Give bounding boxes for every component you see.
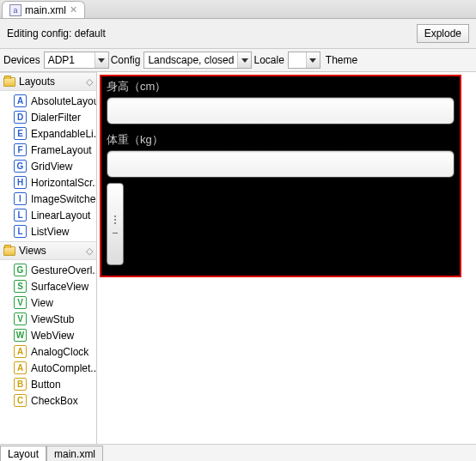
palette-item-label: ImageSwitcher	[31, 193, 96, 205]
folder-icon	[3, 77, 15, 87]
palette-item-view[interactable]: VViewStub	[0, 311, 96, 327]
palette-item-layout[interactable]: IImageSwitcher	[0, 191, 96, 207]
palette-item-label: GestureOverl...	[31, 264, 96, 276]
palette-item-label: View	[31, 297, 53, 309]
palette-item-label: Button	[31, 379, 61, 391]
config-label2: Config	[111, 54, 141, 66]
palette-item-label: LinearLayout	[31, 209, 90, 221]
badge-icon: V	[14, 312, 27, 325]
palette-item-layout[interactable]: GGridView	[0, 158, 96, 174]
badge-icon: E	[14, 127, 27, 140]
editor-tab-bar: a main.xml ✕	[0, 0, 476, 19]
palette-item-view[interactable]: GGestureOverl...	[0, 262, 96, 278]
folder-icon	[3, 246, 15, 256]
devices-value: ADP1	[45, 54, 95, 66]
palette-item-label: WebView	[31, 330, 74, 342]
palette-item-layout[interactable]: LLinearLayout	[0, 207, 96, 223]
palette-item-view[interactable]: AAnalogClock	[0, 343, 96, 360]
palette-item-label: HorizontalScr...	[31, 177, 96, 189]
badge-icon: B	[14, 378, 27, 391]
editor-tab-main[interactable]: a main.xml ✕	[2, 1, 85, 18]
badge-icon: A	[14, 94, 27, 107]
palette-item-layout[interactable]: AAbsoluteLayout	[0, 93, 96, 109]
chevron-down-icon	[95, 52, 108, 68]
canvas[interactable]: 身高（cm） 体重（kg）	[97, 72, 476, 444]
toolbar: Devices ADP1 Config Landscape, closed Lo…	[0, 48, 476, 72]
palette-item-layout[interactable]: LListView	[0, 223, 96, 240]
palette-item-view[interactable]: SSurfaceView	[0, 278, 96, 294]
tab-filename: main.xml	[25, 4, 66, 16]
tab-layout[interactable]: Layout	[0, 446, 46, 462]
tab-source[interactable]: main.xml	[46, 446, 103, 462]
badge-icon: D	[14, 111, 27, 124]
collapse-icon[interactable]: ◇	[86, 76, 93, 88]
field-weight-label: 体重（kg）	[101, 130, 460, 150]
device-button[interactable]	[107, 183, 124, 265]
badge-icon: G	[14, 160, 27, 173]
palette-item-layout[interactable]: EExpandableLi...	[0, 125, 96, 142]
palette-item-layout[interactable]: FFrameLayout	[0, 142, 96, 158]
palette-item-label: ExpandableLi...	[31, 128, 96, 140]
palette-item-label: AbsoluteLayout	[31, 95, 96, 107]
palette-item-label: CheckBox	[31, 395, 78, 407]
badge-icon: L	[14, 209, 27, 221]
chevron-down-icon	[237, 52, 251, 68]
category-title: Views	[19, 245, 46, 257]
palette-item-label: GridView	[31, 161, 72, 173]
badge-icon: A	[14, 345, 27, 358]
close-icon[interactable]: ✕	[70, 4, 77, 15]
palette-item-label: DialerFilter	[31, 112, 81, 124]
device-preview: 身高（cm） 体重（kg）	[100, 75, 461, 277]
palette: Layouts ◇ AAbsoluteLayoutDDialerFilterEE…	[0, 72, 97, 444]
palette-item-label: AutoComplet...	[31, 362, 96, 374]
field-height-input[interactable]	[107, 97, 455, 124]
chevron-down-icon	[306, 52, 320, 68]
devices-combo[interactable]: ADP1	[44, 52, 109, 69]
palette-item-view[interactable]: AAutoComplet...	[0, 360, 96, 376]
explode-button[interactable]: Explode	[417, 24, 469, 43]
locale-combo[interactable]	[288, 52, 320, 69]
badge-icon: V	[14, 296, 27, 309]
badge-icon: L	[14, 225, 27, 238]
badge-icon: A	[14, 361, 27, 374]
config-combo[interactable]: Landscape, closed	[143, 52, 252, 69]
locale-label: Locale	[253, 54, 284, 66]
badge-icon: G	[14, 264, 27, 276]
palette-item-view[interactable]: WWebView	[0, 327, 96, 343]
devices-label: Devices	[3, 54, 40, 66]
badge-icon: W	[14, 329, 27, 342]
badge-icon: F	[14, 143, 27, 156]
file-icon: a	[9, 4, 21, 16]
body: Layouts ◇ AAbsoluteLayoutDDialerFilterEE…	[0, 72, 476, 444]
palette-item-layout[interactable]: HHorizontalScr...	[0, 174, 96, 191]
palette-item-view[interactable]: BButton	[0, 376, 96, 392]
badge-icon: H	[14, 176, 27, 189]
palette-item-label: SurfaceView	[31, 281, 88, 293]
category-title: Layouts	[19, 76, 55, 88]
palette-item-label: ListView	[31, 226, 69, 238]
views-items: GGestureOverl...SSurfaceViewVViewVViewSt…	[0, 260, 96, 410]
palette-item-layout[interactable]: DDialerFilter	[0, 109, 96, 125]
field-weight-input[interactable]	[107, 150, 455, 178]
category-layouts[interactable]: Layouts ◇	[0, 72, 96, 91]
theme-label: Theme	[326, 54, 357, 66]
badge-icon: S	[14, 280, 27, 293]
palette-item-label: ViewStub	[31, 313, 74, 325]
badge-icon: I	[14, 192, 27, 205]
category-views[interactable]: Views ◇	[0, 241, 96, 260]
field-height-label: 身高（cm）	[101, 76, 460, 97]
palette-item-label: AnalogClock	[31, 346, 88, 358]
layouts-items: AAbsoluteLayoutDDialerFilterEExpandableL…	[0, 91, 96, 241]
config-value: Landscape, closed	[144, 54, 237, 66]
badge-icon: C	[14, 394, 27, 407]
collapse-icon[interactable]: ◇	[86, 246, 93, 257]
palette-item-view[interactable]: VView	[0, 294, 96, 311]
palette-item-label: FrameLayout	[31, 144, 92, 156]
bottom-tab-bar: Layout main.xml	[0, 444, 476, 461]
config-label: Editing config: default	[7, 27, 106, 39]
palette-item-view[interactable]: CCheckBox	[0, 392, 96, 409]
config-row: Editing config: default Explode	[0, 19, 476, 48]
